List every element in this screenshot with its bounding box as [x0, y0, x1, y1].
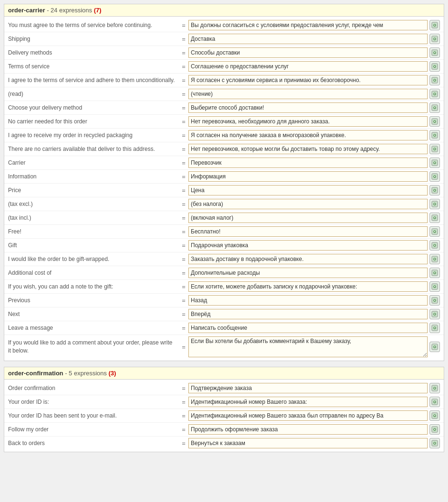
- equals-sign: =: [179, 344, 188, 351]
- copy-icon-button[interactable]: [429, 34, 440, 44]
- svg-point-5: [434, 38, 436, 40]
- copy-icon-button[interactable]: [429, 47, 440, 58]
- translation-input[interactable]: [188, 383, 428, 393]
- translation-input[interactable]: [188, 61, 428, 72]
- copy-icon-button[interactable]: [429, 75, 440, 85]
- translation-input[interactable]: [188, 323, 428, 333]
- copy-icon-button[interactable]: [429, 295, 440, 306]
- copy-icon-button[interactable]: [429, 240, 440, 251]
- copy-icon-button[interactable]: [429, 185, 440, 195]
- translation-input[interactable]: [188, 102, 428, 113]
- copy-icon-button[interactable]: [429, 281, 440, 292]
- copy-icon-button[interactable]: [429, 309, 440, 319]
- translation-input-wrap: [188, 240, 440, 251]
- copy-icon-button[interactable]: [429, 199, 440, 209]
- translation-input[interactable]: [188, 240, 428, 251]
- copy-icon-button[interactable]: [429, 342, 440, 352]
- svg-point-83: [434, 429, 436, 430]
- equals-sign: =: [179, 270, 188, 277]
- translation-input[interactable]: [188, 199, 428, 209]
- translation-row: Carrier=: [4, 156, 444, 170]
- copy-icon-button[interactable]: [429, 130, 440, 140]
- translation-row: I agree to receive my order in recycled …: [4, 129, 444, 142]
- copy-icon-button[interactable]: [429, 268, 440, 278]
- copy-icon-button[interactable]: [429, 102, 440, 113]
- translation-row: Order confirmation=: [4, 381, 444, 395]
- translation-input[interactable]: [188, 254, 428, 264]
- translation-input-wrap: [188, 47, 440, 58]
- translation-input[interactable]: [188, 158, 428, 168]
- translation-row: (read)=: [4, 87, 444, 101]
- expr-count: - 5 expressions (3): [65, 370, 116, 377]
- translation-row: Back to orders=: [4, 437, 444, 450]
- translation-input[interactable]: [188, 397, 428, 407]
- translation-input-wrap: [188, 281, 440, 292]
- translation-row: Delivery methods=: [4, 46, 444, 60]
- source-text: (read): [8, 90, 179, 98]
- svg-point-26: [434, 135, 436, 136]
- equals-sign: =: [179, 242, 188, 249]
- translation-input[interactable]: [188, 281, 428, 292]
- translation-input[interactable]: [188, 295, 428, 306]
- translation-input[interactable]: [188, 336, 428, 357]
- translation-row: There are no carriers available that del…: [4, 142, 444, 156]
- copy-icon-button[interactable]: [429, 61, 440, 72]
- translation-input-wrap: [188, 171, 440, 182]
- copy-icon-button[interactable]: [429, 20, 440, 30]
- copy-icon-button[interactable]: [429, 144, 440, 154]
- copy-icon-button[interactable]: [429, 89, 440, 99]
- svg-point-41: [434, 204, 436, 205]
- translation-input[interactable]: [188, 20, 428, 30]
- translation-input[interactable]: [188, 75, 428, 85]
- svg-point-44: [434, 217, 436, 219]
- translation-input[interactable]: [188, 410, 428, 421]
- translation-input[interactable]: [188, 438, 428, 448]
- translation-input[interactable]: [188, 226, 428, 237]
- source-text: I would like the order to be gift-wrappe…: [8, 255, 179, 263]
- equals-sign: =: [179, 63, 188, 70]
- copy-icon-button[interactable]: [429, 383, 440, 393]
- svg-point-59: [434, 286, 436, 288]
- copy-icon-button[interactable]: [429, 158, 440, 168]
- translation-input[interactable]: [188, 185, 428, 195]
- translation-input[interactable]: [188, 89, 428, 99]
- source-text: No carrier needed for this order: [8, 118, 179, 126]
- section-header: order-confirmation - 5 expressions (3): [4, 367, 444, 380]
- copy-icon-button[interactable]: [429, 254, 440, 264]
- translation-row: Free!=: [4, 225, 444, 239]
- source-text: Your order ID is:: [8, 398, 179, 406]
- translation-input[interactable]: [188, 130, 428, 140]
- translation-input-wrap: [188, 130, 440, 140]
- translation-input[interactable]: [188, 268, 428, 278]
- copy-icon-button[interactable]: [429, 116, 440, 127]
- translation-input[interactable]: [188, 171, 428, 182]
- copy-icon-button[interactable]: [429, 397, 440, 407]
- translation-input[interactable]: [188, 213, 428, 223]
- translation-input[interactable]: [188, 144, 428, 154]
- translation-input-wrap: [188, 254, 440, 264]
- copy-icon-button[interactable]: [429, 438, 440, 448]
- svg-point-23: [434, 121, 436, 122]
- translation-input[interactable]: [188, 47, 428, 58]
- svg-point-32: [434, 162, 436, 164]
- translation-input-wrap: [188, 199, 440, 209]
- svg-point-80: [434, 415, 436, 417]
- copy-icon-button[interactable]: [429, 226, 440, 237]
- translation-input[interactable]: [188, 424, 428, 435]
- copy-icon-button[interactable]: [429, 171, 440, 182]
- equals-sign: =: [179, 201, 188, 208]
- copy-icon-button[interactable]: [429, 410, 440, 421]
- translation-input[interactable]: [188, 309, 428, 319]
- svg-point-56: [434, 272, 436, 274]
- svg-point-77: [434, 401, 436, 403]
- copy-icon-button[interactable]: [429, 424, 440, 435]
- copy-icon-button[interactable]: [429, 323, 440, 333]
- translation-input[interactable]: [188, 34, 428, 44]
- copy-icon-button[interactable]: [429, 213, 440, 223]
- equals-sign: =: [179, 49, 188, 56]
- translation-input-wrap: [188, 116, 440, 127]
- translation-row: Your order ID is:=: [4, 395, 444, 409]
- translation-input[interactable]: [188, 116, 428, 127]
- equals-sign: =: [179, 36, 188, 43]
- equals-sign: =: [179, 187, 188, 194]
